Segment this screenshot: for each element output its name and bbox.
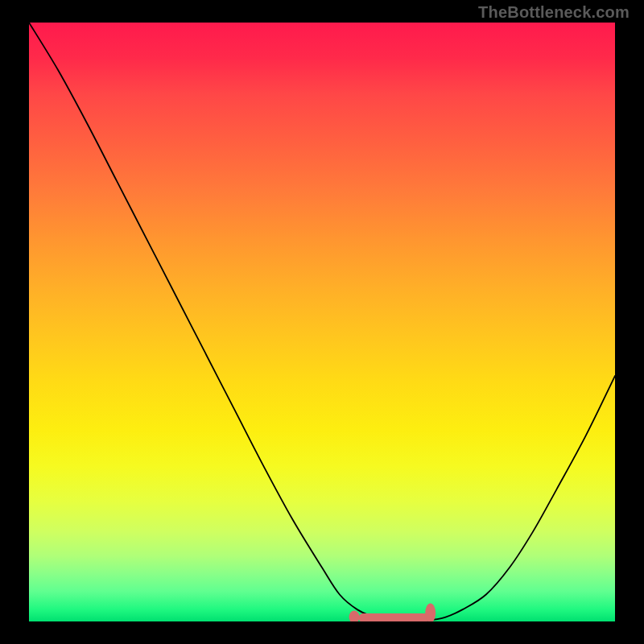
chart-svg <box>29 23 615 621</box>
svg-point-1 <box>349 611 360 621</box>
attribution-text: TheBottleneck.com <box>478 3 630 22</box>
chart-plot-area <box>29 23 615 621</box>
bottleneck-curve-line <box>29 23 615 621</box>
svg-point-2 <box>425 604 436 621</box>
